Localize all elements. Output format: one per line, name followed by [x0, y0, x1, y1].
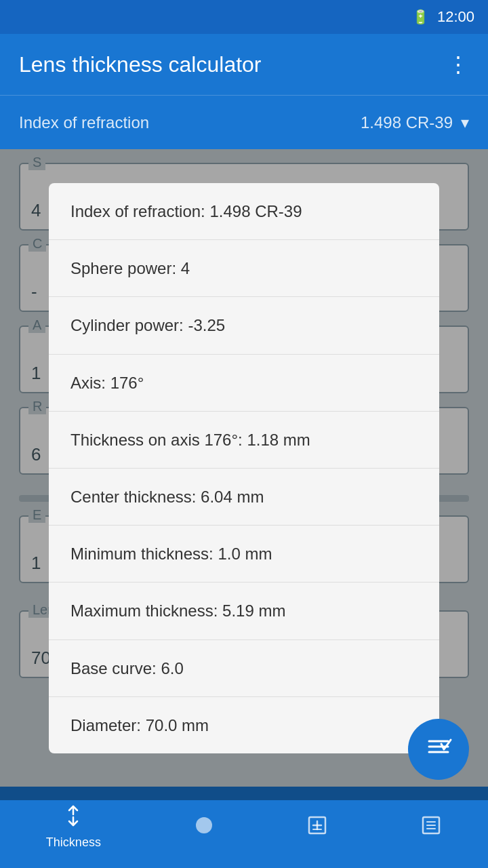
dialog-item-max-thickness: Maximum thickness: 5.19 mm: [49, 583, 439, 639]
thickness-nav-icon: [62, 805, 84, 831]
status-bar: 🔋 12:00: [0, 0, 488, 34]
dialog-item-refraction: Index of refraction: 1.498 CR-39: [49, 183, 439, 240]
app-title: Lens thickness calculator: [19, 52, 262, 77]
results-dialog: Index of refraction: 1.498 CR-39 Sphere …: [49, 183, 439, 753]
background-content: S 4 C - A 1 R 6 E 1 Lens diameter 70 Ind…: [0, 149, 488, 800]
dialog-item-thickness-axis: Thickness on axis 176°: 1.18 mm: [49, 412, 439, 469]
app-bar: Lens thickness calculator ⋮: [0, 34, 488, 95]
svg-point-5: [196, 817, 212, 833]
dialog-item-center-thickness: Center thickness: 6.04 mm: [49, 469, 439, 526]
dialog-item-base-curve: Base curve: 6.0: [49, 640, 439, 697]
refraction-value-text: 1.498 CR-39: [361, 113, 453, 132]
edit-nav-icon: [306, 814, 328, 841]
nav-list[interactable]: [420, 814, 442, 841]
refraction-row[interactable]: Index of refraction 1.498 CR-39 ▾: [0, 95, 488, 149]
chevron-down-icon: ▾: [461, 113, 469, 132]
fab-icon: [424, 732, 453, 768]
more-options-icon[interactable]: ⋮: [447, 52, 469, 77]
dialog-item-sphere: Sphere power: 4: [49, 240, 439, 297]
nav-thickness[interactable]: Thickness: [46, 805, 101, 850]
circle-nav-icon: [193, 814, 215, 841]
thickness-nav-label: Thickness: [46, 835, 101, 850]
nav-circle[interactable]: [193, 814, 215, 841]
dialog-item-diameter: Diameter: 70.0 mm: [49, 697, 439, 753]
nav-edit[interactable]: [306, 814, 328, 841]
refraction-value: 1.498 CR-39 ▾: [361, 113, 469, 132]
refraction-label: Index of refraction: [19, 113, 149, 132]
battery-icon: 🔋: [412, 9, 429, 25]
dialog-item-cylinder: Cylinder power: -3.25: [49, 297, 439, 354]
dialog-item-min-thickness: Minimum thickness: 1.0 mm: [49, 526, 439, 583]
time-display: 12:00: [437, 8, 474, 26]
fab-results[interactable]: [408, 719, 469, 780]
dialog-item-axis: Axis: 176°: [49, 355, 439, 412]
list-nav-icon: [420, 814, 442, 841]
